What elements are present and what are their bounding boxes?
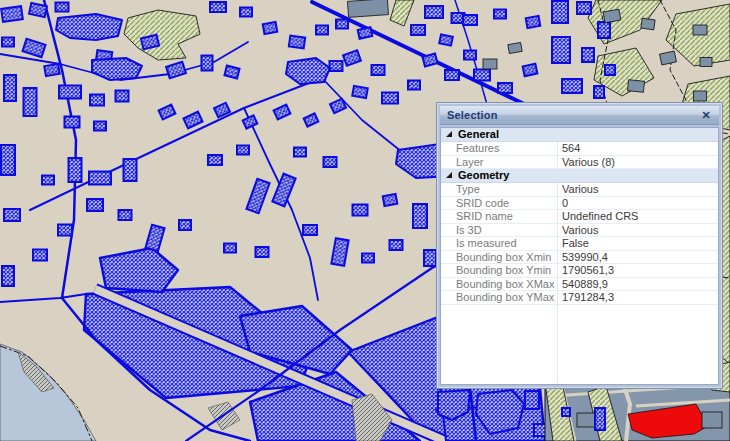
selected-building[interactable] bbox=[2, 266, 14, 286]
selected-building[interactable] bbox=[1, 145, 15, 175]
building[interactable] bbox=[577, 413, 595, 427]
selected-building[interactable] bbox=[240, 8, 252, 17]
property-row-bounding-box-xmax[interactable]: Bounding box XMax540889,9 bbox=[441, 278, 718, 292]
selected-building[interactable] bbox=[303, 225, 317, 235]
selected-building[interactable] bbox=[202, 56, 213, 71]
selected-building[interactable] bbox=[33, 250, 47, 261]
selected-building[interactable] bbox=[552, 37, 570, 63]
building[interactable] bbox=[508, 42, 522, 53]
selected-building[interactable] bbox=[413, 204, 427, 228]
selected-building[interactable] bbox=[4, 75, 16, 101]
property-row-features[interactable]: Features564 bbox=[441, 142, 718, 156]
building[interactable] bbox=[483, 59, 497, 69]
selected-building[interactable] bbox=[324, 157, 337, 167]
selected-building[interactable] bbox=[210, 2, 226, 12]
selected-building[interactable] bbox=[59, 86, 81, 99]
selected-building[interactable] bbox=[294, 148, 306, 157]
property-row-layer[interactable]: LayerVarious (8) bbox=[441, 156, 718, 170]
building[interactable] bbox=[694, 91, 707, 101]
selected-building[interactable] bbox=[372, 65, 385, 75]
selected-building[interactable] bbox=[90, 95, 104, 106]
property-row-is-measured[interactable]: Is measuredFalse bbox=[441, 237, 718, 251]
selected-building[interactable] bbox=[330, 61, 343, 71]
selected-building[interactable] bbox=[42, 176, 54, 185]
selected-building[interactable] bbox=[119, 210, 132, 220]
building[interactable] bbox=[693, 25, 707, 35]
selected-building[interactable] bbox=[562, 408, 570, 416]
selected-building[interactable] bbox=[65, 117, 80, 128]
selected-building[interactable] bbox=[316, 26, 328, 35]
building[interactable] bbox=[347, 0, 388, 17]
selected-building[interactable] bbox=[605, 65, 615, 75]
selected-building[interactable] bbox=[4, 209, 20, 221]
selected-building[interactable] bbox=[353, 205, 368, 216]
selected-building[interactable] bbox=[58, 225, 72, 236]
selected-building[interactable] bbox=[141, 35, 159, 50]
selection-panel-titlebar[interactable]: Selection ✕ bbox=[440, 106, 719, 125]
selected-building[interactable] bbox=[263, 22, 278, 34]
selected-building[interactable] bbox=[464, 51, 476, 60]
expander-icon[interactable] bbox=[446, 131, 452, 137]
selected-building[interactable] bbox=[362, 254, 374, 263]
selected-building[interactable] bbox=[358, 27, 373, 39]
selected-building[interactable] bbox=[2, 38, 14, 47]
selected-building[interactable] bbox=[89, 172, 111, 185]
property-row-type[interactable]: TypeVarious bbox=[441, 183, 718, 197]
selected-building[interactable] bbox=[44, 64, 60, 76]
category-row-general[interactable]: General bbox=[441, 128, 718, 142]
selected-building[interactable] bbox=[224, 244, 236, 253]
property-row-srid-code[interactable]: SRID code0 bbox=[441, 197, 718, 211]
selected-building[interactable] bbox=[562, 79, 582, 93]
selected-building[interactable] bbox=[1, 6, 23, 22]
property-row-bounding-box-ymax[interactable]: Bounding box YMax1791284,3 bbox=[441, 291, 718, 305]
selected-building[interactable] bbox=[526, 16, 541, 28]
selected-building[interactable] bbox=[552, 1, 568, 23]
selected-building[interactable] bbox=[525, 391, 539, 409]
selected-building[interactable] bbox=[56, 3, 69, 12]
selected-building[interactable] bbox=[69, 158, 82, 182]
selected-building[interactable] bbox=[237, 146, 249, 155]
selected-building[interactable] bbox=[598, 22, 610, 38]
selected-building[interactable] bbox=[224, 66, 239, 79]
selected-building[interactable] bbox=[411, 25, 425, 35]
selected-building[interactable] bbox=[594, 86, 604, 98]
selected-building[interactable] bbox=[463, 15, 477, 25]
selected-building[interactable] bbox=[422, 53, 437, 66]
selected-building[interactable] bbox=[494, 10, 506, 19]
selected-building[interactable] bbox=[424, 250, 436, 266]
selected-building[interactable] bbox=[87, 199, 103, 211]
selected-building[interactable] bbox=[24, 88, 37, 116]
selected-building[interactable] bbox=[352, 86, 368, 98]
selected-building[interactable] bbox=[94, 122, 106, 131]
selected-building[interactable] bbox=[116, 91, 129, 102]
category-row-geometry[interactable]: Geometry bbox=[441, 169, 718, 183]
selected-building[interactable] bbox=[256, 247, 269, 257]
close-icon[interactable]: ✕ bbox=[698, 108, 714, 123]
expander-icon[interactable] bbox=[446, 172, 452, 178]
building[interactable] bbox=[702, 412, 722, 428]
selected-building[interactable] bbox=[29, 3, 47, 17]
building[interactable] bbox=[641, 18, 655, 30]
selected-building[interactable] bbox=[382, 93, 398, 104]
property-row-srid-name[interactable]: SRID nameUndefined CRS bbox=[441, 210, 718, 224]
property-row-is-3d[interactable]: Is 3DVarious bbox=[441, 224, 718, 238]
selected-building[interactable] bbox=[523, 64, 538, 76]
building[interactable] bbox=[603, 9, 621, 23]
selected-building[interactable] bbox=[474, 70, 490, 81]
building[interactable] bbox=[627, 80, 644, 93]
selected-building[interactable] bbox=[390, 240, 403, 250]
selected-building[interactable] bbox=[289, 36, 305, 49]
selected-building[interactable] bbox=[439, 34, 453, 45]
selected-building[interactable] bbox=[582, 48, 594, 62]
selected-building[interactable] bbox=[577, 2, 591, 14]
property-row-bounding-box-ymin[interactable]: Bounding box Ymin1790561,3 bbox=[441, 264, 718, 278]
selected-building[interactable] bbox=[425, 6, 443, 18]
selected-building[interactable] bbox=[498, 83, 512, 93]
selected-building[interactable] bbox=[595, 408, 605, 430]
selected-building[interactable] bbox=[408, 81, 420, 90]
selected-feature[interactable] bbox=[56, 14, 122, 40]
selected-building[interactable] bbox=[208, 155, 222, 165]
selected-building[interactable] bbox=[124, 159, 137, 181]
building[interactable] bbox=[700, 58, 712, 67]
selected-building[interactable] bbox=[336, 20, 348, 29]
